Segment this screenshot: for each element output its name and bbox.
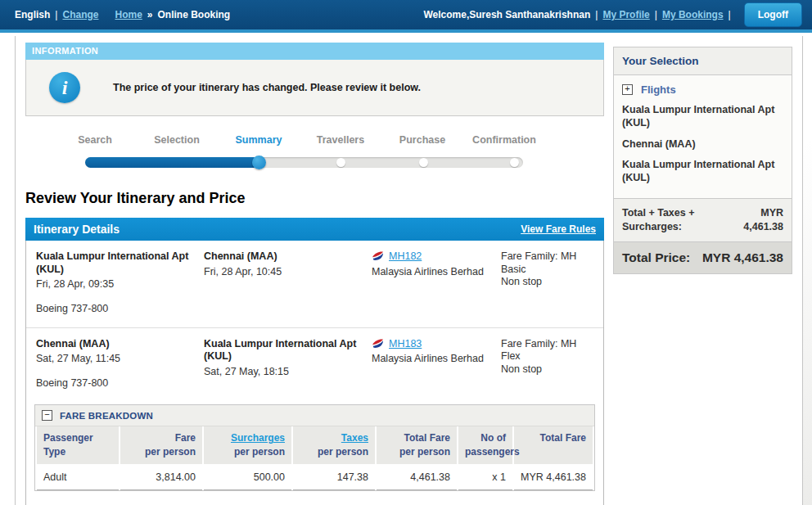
home-link[interactable]: Home xyxy=(115,9,142,20)
segment-fare-family: Fare Family: MH Basic xyxy=(501,250,597,276)
step-travellers[interactable]: Travellers xyxy=(300,134,381,146)
logoff-button[interactable]: Logoff xyxy=(744,2,802,27)
main-column: INFORMATION i The price of your itinerar… xyxy=(25,43,604,505)
breadcrumb: English | Change Home » Online Booking xyxy=(15,9,230,20)
fare-breakdown-box: FARE BREAKDOWN Passenger TypeFareper per… xyxy=(34,404,595,491)
segment-arrival: Fri, 28 Apr, 10:45 xyxy=(204,266,372,279)
fare-column-title: Passenger Type xyxy=(43,431,112,459)
itinerary-details-bar: Itinerary Details View Fare Rules xyxy=(25,218,604,241)
fare-column-subtitle: per person xyxy=(300,445,368,459)
itinerary-segment: Kuala Lumpur International Apt (KUL)Fri,… xyxy=(26,241,603,327)
my-bookings-link[interactable]: My Bookings xyxy=(662,9,724,20)
fare-column-header: No ofpassengers xyxy=(458,426,512,464)
expand-plus-icon[interactable] xyxy=(622,84,633,95)
fare-cell: x 1 xyxy=(458,464,512,490)
language-label: English xyxy=(15,9,50,20)
progress-fill xyxy=(85,157,259,168)
segment-fare-cell: Fare Family: MH BasicNon stop xyxy=(501,250,597,316)
fare-cell: MYR 4,461.38 xyxy=(514,464,593,490)
subtotal-value: MYR 4,461.38 xyxy=(726,206,783,234)
segment-stops: Non stop xyxy=(501,276,597,289)
fare-column-header: Fareper person xyxy=(120,426,202,464)
sidebar-total-row: Total Price: MYR 4,461.38 xyxy=(614,241,792,273)
fare-column-title[interactable]: Taxes xyxy=(300,431,368,445)
sidebar-flights-section: Flights Kuala Lumpur International Apt (… xyxy=(614,75,792,199)
progress-track xyxy=(85,157,523,168)
sidebar-airport: Kuala Lumpur International Apt (KUL) xyxy=(622,158,783,185)
your-selection-title: Your Selection xyxy=(614,47,792,75)
step-search[interactable]: Search xyxy=(54,134,136,146)
segment-fare-family: Fare Family: MH Flex xyxy=(501,338,597,363)
malaysia-airlines-logo-icon xyxy=(372,339,384,349)
separator: | xyxy=(729,9,731,20)
fare-column-header: Passenger Type xyxy=(37,426,119,464)
welcome-text: Welcome,Suresh Santhanakrishnan xyxy=(423,9,590,20)
fare-column-subtitle: per person xyxy=(383,445,450,459)
fare-column-header[interactable]: Surchargesper person xyxy=(204,426,291,464)
fare-column-header[interactable]: Taxesper person xyxy=(293,426,375,464)
breadcrumb-current: Online Booking xyxy=(158,9,231,20)
segment-list: Kuala Lumpur International Apt (KUL)Fri,… xyxy=(26,241,603,401)
segment-origin-cell: Chennai (MAA)Sat, 27 May, 11:45Boeing 73… xyxy=(36,338,204,390)
step-summary[interactable]: Summary xyxy=(218,134,300,146)
information-banner-title: INFORMATION xyxy=(25,43,604,60)
subtotal-label: Total + Taxes + Surcharges: xyxy=(622,206,716,234)
fare-breakdown-title: FARE BREAKDOWN xyxy=(60,411,153,421)
step-purchase[interactable]: Purchase xyxy=(381,134,463,146)
segment-carrier: Malaysia Airlines Berhad xyxy=(372,266,501,279)
segment-origin: Chennai (MAA) xyxy=(36,338,204,351)
fare-breakdown-header: FARE BREAKDOWN xyxy=(35,405,594,426)
fare-table: Passenger TypeFareper personSurchargespe… xyxy=(35,426,594,490)
progress-step-labels: SearchSelectionSummaryTravellersPurchase… xyxy=(25,134,604,146)
segment-origin-cell: Kuala Lumpur International Apt (KUL)Fri,… xyxy=(36,250,204,316)
fare-cell: 4,461.38 xyxy=(377,464,457,490)
fare-row: Adult3,814.00500.00147.384,461.38x 1MYR … xyxy=(37,464,593,490)
fare-column-header: Total Fare xyxy=(514,426,593,464)
progress-knob xyxy=(336,158,345,167)
flights-label: Flights xyxy=(641,83,676,96)
my-profile-link[interactable]: My Profile xyxy=(602,9,649,20)
segment-departure: Fri, 28 Apr, 09:35 xyxy=(36,278,204,291)
step-confirmation[interactable]: Confirmation xyxy=(463,134,545,146)
segment-destination-cell: Kuala Lumpur International Apt (KUL)Sat,… xyxy=(204,338,372,390)
segment-fare-cell: Fare Family: MH FlexNon stop xyxy=(501,338,597,390)
sidebar-subtotal-row: Total + Taxes + Surcharges: MYR 4,461.38 xyxy=(614,199,792,241)
fare-table-header-row: Passenger TypeFareper personSurchargespe… xyxy=(37,426,593,464)
segment-aircraft: Boeing 737-800 xyxy=(36,377,204,390)
separator: | xyxy=(595,9,598,20)
page-container: INFORMATION i The price of your itinerar… xyxy=(15,36,803,505)
fare-cell: 500.00 xyxy=(204,464,291,490)
user-nav: Welcome,Suresh Santhanakrishnan | My Pro… xyxy=(423,2,802,27)
sidebar-airport-list: Kuala Lumpur International Apt (KUL)Chen… xyxy=(622,103,783,184)
progress-knob xyxy=(419,158,428,167)
malaysia-airlines-logo-icon xyxy=(372,251,384,262)
fare-column-subtitle: per person xyxy=(127,445,196,459)
fare-cell: 3,814.00 xyxy=(120,464,202,490)
flight-number-link[interactable]: MH182 xyxy=(389,250,422,264)
collapse-minus-icon[interactable] xyxy=(42,410,52,421)
segment-flight-cell: MH182Malaysia Airlines Berhad xyxy=(372,250,501,316)
flight-number-link[interactable]: MH183 xyxy=(389,338,422,351)
separator: | xyxy=(655,9,657,20)
total-price-value: MYR 4,461.38 xyxy=(702,250,783,265)
view-fare-rules-link[interactable]: View Fare Rules xyxy=(521,223,596,235)
total-price-label: Total Price: xyxy=(622,250,690,265)
fare-column-title: Total Fare xyxy=(383,431,450,445)
progress-knob xyxy=(510,158,519,167)
sidebar-airport: Chennai (MAA) xyxy=(622,138,783,151)
fare-column-title[interactable]: Surcharges xyxy=(210,431,285,445)
step-selection[interactable]: Selection xyxy=(136,134,218,146)
sidebar-airport: Kuala Lumpur International Apt (KUL) xyxy=(622,103,783,130)
information-banner: INFORMATION i The price of your itinerar… xyxy=(25,43,604,116)
sidebar-flights-header: Flights xyxy=(622,83,783,96)
flight-line: MH182 xyxy=(372,250,501,264)
fare-column-header: Total Fareper person xyxy=(377,426,457,464)
fare-column-title: Fare xyxy=(127,431,196,445)
progress-stepper: SearchSelectionSummaryTravellersPurchase… xyxy=(25,134,604,174)
segment-aircraft: Boeing 737-800 xyxy=(36,303,204,316)
fare-column-title: Total Fare xyxy=(521,431,586,445)
change-language-link[interactable]: Change xyxy=(62,9,98,20)
segment-stops: Non stop xyxy=(501,363,597,376)
progress-knob-current xyxy=(252,156,266,169)
information-message: The price of your itinerary has changed.… xyxy=(113,82,421,93)
